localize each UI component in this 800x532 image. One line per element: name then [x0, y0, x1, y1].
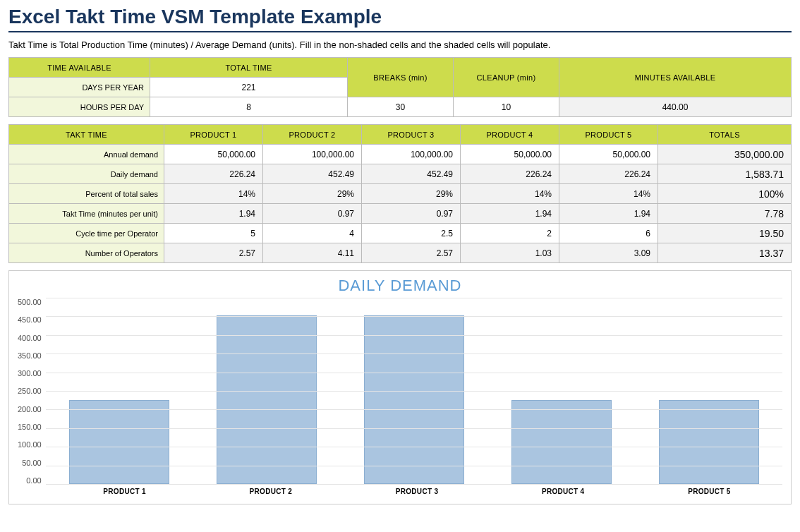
y-tick-label: 500.00: [18, 298, 42, 306]
table-row: Cycle time per Operator542.52619.50: [9, 224, 792, 243]
chart-bar: [659, 400, 759, 484]
header-product-3: PRODUCT 3: [362, 125, 461, 145]
x-tick-label: PRODUCT 4: [490, 485, 636, 495]
row-label: Daily demand: [9, 164, 164, 184]
x-tick-label: PRODUCT 3: [344, 485, 490, 495]
row-label: Cycle time per Operator: [9, 224, 164, 243]
chart-bar: [511, 400, 612, 484]
chart-bar: [364, 315, 464, 484]
grid-line: [46, 484, 782, 485]
value-cleanup[interactable]: 10: [454, 97, 559, 117]
table-row: Percent of total sales14%29%29%14%14%100…: [9, 184, 792, 204]
row-label: Takt Time (minutes per unit): [9, 204, 164, 224]
cell-value: 14%: [164, 184, 263, 204]
header-totals: TOTALS: [658, 125, 792, 145]
cell-value[interactable]: 100,000.00: [362, 145, 461, 164]
cell-value: 4.11: [263, 243, 362, 263]
chart-y-axis: 500.00450.00400.00350.00300.00250.00200.…: [18, 298, 46, 485]
table-row: Annual demand50,000.00100,000.00100,000.…: [9, 145, 792, 164]
row-label: Annual demand: [9, 145, 164, 164]
cell-value: 1.03: [461, 243, 559, 263]
cell-value: 226.24: [164, 164, 263, 184]
chart-bar: [69, 400, 169, 484]
header-breaks: BREAKS (min): [348, 58, 454, 97]
y-tick-label: 250.00: [18, 387, 42, 395]
x-tick-label: PRODUCT 1: [51, 485, 198, 495]
cell-value: 2.57: [362, 243, 461, 263]
cell-value: 2.57: [164, 243, 263, 263]
cell-value: 3.09: [559, 243, 658, 263]
cell-value: 29%: [362, 184, 461, 204]
x-tick-label: PRODUCT 5: [636, 485, 782, 495]
header-product-4: PRODUCT 4: [461, 125, 559, 145]
grid-line: [46, 409, 782, 410]
grid-line: [46, 373, 782, 373]
grid-line: [46, 428, 782, 429]
header-product-2: PRODUCT 2: [263, 125, 362, 145]
cell-value[interactable]: 50,000.00: [559, 145, 658, 164]
table-row: Number of Operators2.574.112.571.033.091…: [9, 243, 792, 263]
cell-value: 1.94: [559, 204, 658, 224]
cell-value[interactable]: 5: [164, 224, 263, 243]
header-cleanup: CLEANUP (min): [454, 58, 559, 97]
y-tick-label: 300.00: [18, 369, 42, 377]
y-tick-label: 0.00: [26, 476, 41, 485]
grid-line: [46, 447, 782, 447]
row-total: 19.50: [658, 224, 792, 243]
header-total-time: TOTAL TIME: [150, 58, 348, 78]
cell-value: 14%: [559, 184, 658, 204]
chart-title: DAILY DEMAND: [18, 277, 782, 295]
chart-x-axis: PRODUCT 1PRODUCT 2PRODUCT 3PRODUCT 4PROD…: [51, 485, 782, 495]
cell-value[interactable]: 2.5: [362, 224, 461, 243]
takt-time-table: TAKT TIME PRODUCT 1PRODUCT 2PRODUCT 3PRO…: [8, 124, 792, 263]
y-tick-label: 350.00: [18, 351, 42, 360]
header-time-available: TIME AVAILABLE: [9, 58, 150, 78]
grid-line: [46, 391, 782, 392]
table-row: Daily demand226.24452.49452.49226.24226.…: [9, 164, 792, 184]
time-available-table: TIME AVAILABLE TOTAL TIME BREAKS (min) C…: [8, 57, 792, 117]
value-breaks[interactable]: 30: [348, 97, 454, 117]
cell-value[interactable]: 100,000.00: [263, 145, 362, 164]
value-minutes-available: 440.00: [559, 97, 792, 117]
header-product-5: PRODUCT 5: [559, 125, 658, 145]
cell-value: 1.94: [461, 204, 559, 224]
cell-value: 452.49: [263, 164, 362, 184]
cell-value: 452.49: [362, 164, 461, 184]
header-takt-time: TAKT TIME: [9, 125, 164, 145]
cell-value[interactable]: 50,000.00: [461, 145, 559, 164]
table-row: Takt Time (minutes per unit)1.940.970.97…: [9, 204, 792, 224]
row-label: Number of Operators: [9, 243, 164, 263]
cell-value: 14%: [461, 184, 559, 204]
cell-value: 0.97: [362, 204, 461, 224]
chart-plot-area: [46, 298, 782, 485]
header-product-1: PRODUCT 1: [164, 125, 263, 145]
row-label: Percent of total sales: [9, 184, 164, 204]
cell-value[interactable]: 2: [461, 224, 559, 243]
y-tick-label: 50.00: [22, 459, 42, 467]
chart-bar: [217, 315, 317, 484]
y-tick-label: 400.00: [18, 334, 42, 342]
x-tick-label: PRODUCT 2: [198, 485, 344, 495]
row-total: 7.78: [658, 204, 792, 224]
page-title: Excel Takt Time VSM Template Example: [8, 6, 792, 28]
daily-demand-chart: DAILY DEMAND 500.00450.00400.00350.00300…: [8, 270, 792, 504]
row-total: 1,583.71: [658, 164, 792, 184]
y-tick-label: 450.00: [18, 315, 42, 324]
cell-value: 226.24: [559, 164, 658, 184]
row-total: 350,000.00: [658, 145, 792, 164]
y-tick-label: 200.00: [18, 405, 42, 413]
header-minutes-available: MINUTES AVAILABLE: [559, 58, 792, 97]
cell-value[interactable]: 6: [559, 224, 658, 243]
row-total: 13.37: [658, 243, 792, 263]
cell-value[interactable]: 50,000.00: [164, 145, 263, 164]
grid-line: [46, 298, 782, 298]
label-hours-per-day: HOURS PER DAY: [9, 97, 150, 117]
cell-value[interactable]: 4: [263, 224, 362, 243]
grid-line: [46, 466, 782, 466]
value-days-per-year[interactable]: 221: [150, 78, 348, 97]
title-rule: [8, 31, 792, 32]
grid-line: [46, 335, 782, 336]
y-tick-label: 150.00: [18, 423, 42, 431]
value-hours-per-day[interactable]: 8: [150, 97, 348, 117]
grid-line: [46, 353, 782, 354]
